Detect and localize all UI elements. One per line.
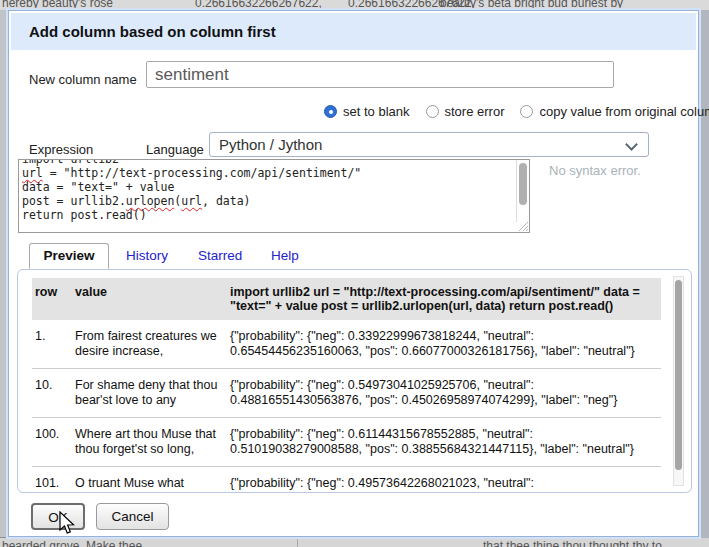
cell-result: {"probability": {"neg": 0.61144315678552… bbox=[227, 418, 661, 467]
code-line: post = urllib2.urlopen(url, data) bbox=[22, 194, 513, 208]
expression-editor-scrollbar[interactable] bbox=[516, 160, 529, 222]
background-cell: hereby beauty's rose bbox=[2, 0, 113, 10]
background-cell: bearded grove. Make thee bbox=[2, 539, 142, 547]
add-column-dialog: Add column based on column first New col… bbox=[8, 10, 699, 537]
background-table-bottom-row: bearded grove. Make thee that thee thine… bbox=[0, 537, 709, 547]
syntax-status: No syntax error. bbox=[549, 163, 641, 178]
cell-result: {"probability": {"neg": 0.54973041025925… bbox=[227, 369, 661, 418]
language-select[interactable]: Python / Jython bbox=[209, 132, 649, 157]
expression-code[interactable]: import urllib2url = "http://text-process… bbox=[22, 159, 513, 222]
on-error-options: set to blank store error copy value from… bbox=[324, 104, 709, 119]
radio-label: copy value from original column bbox=[539, 104, 709, 119]
table-row: 10.For shame deny that thou bear'st love… bbox=[32, 369, 661, 418]
new-column-name-label: New column name bbox=[29, 72, 137, 87]
preview-table-header: row value import urllib2 url = "http://t… bbox=[32, 278, 661, 320]
preview-table-body: 1.From fairest creatures we desire incre… bbox=[32, 320, 661, 492]
mouse-cursor bbox=[59, 511, 76, 535]
background-table-top-row: hereby beauty's rose 0.26616632266267622… bbox=[0, 0, 709, 10]
cell-result: {"probability": {"neg": 0.33922999673818… bbox=[227, 320, 661, 369]
table-row: 100.Where art thou Muse that thou forget… bbox=[32, 418, 661, 467]
radio-unselected-icon[interactable] bbox=[426, 105, 439, 118]
column-header-row: row bbox=[32, 278, 72, 320]
radio-store-error[interactable]: store error bbox=[426, 104, 505, 119]
cell-value: For shame deny that thou bear'st love to… bbox=[72, 369, 227, 418]
expression-editor[interactable]: import urllib2url = "http://text-process… bbox=[18, 159, 530, 233]
background-cell: beauty's beta bright bud buriest by bbox=[440, 0, 623, 10]
tab-starred[interactable]: Starred bbox=[198, 248, 242, 263]
cell-row: 101. bbox=[32, 467, 72, 493]
cell-row: 1. bbox=[32, 320, 72, 369]
code-line: import urllib2 bbox=[22, 159, 513, 166]
preview-scrollbar[interactable] bbox=[673, 276, 684, 486]
tab-preview[interactable]: Preview bbox=[29, 243, 109, 269]
language-label: Language bbox=[146, 142, 204, 157]
radio-selected-icon[interactable] bbox=[324, 105, 337, 118]
language-select-value: Python / Jython bbox=[219, 136, 322, 153]
background-column-divider bbox=[297, 538, 298, 547]
radio-unselected-icon[interactable] bbox=[520, 105, 533, 118]
dialog-title: Add column based on column first bbox=[11, 13, 696, 50]
preview-panel: row value import urllib2 url = "http://t… bbox=[17, 269, 692, 493]
background-cell: 0.26616632266267622, bbox=[195, 0, 322, 10]
cell-row: 100. bbox=[32, 418, 72, 467]
table-row: 101.O truant Muse what{"probability": {"… bbox=[32, 467, 661, 493]
column-header-value: value bbox=[72, 278, 227, 320]
ok-button[interactable]: OK bbox=[31, 503, 85, 530]
table-row: 1.From fairest creatures we desire incre… bbox=[32, 320, 661, 369]
code-line: data = "text=" + value bbox=[22, 180, 513, 194]
screen: hereby beauty's rose 0.26616632266267622… bbox=[0, 0, 709, 547]
scrollbar-thumb[interactable] bbox=[675, 280, 682, 470]
tab-help[interactable]: Help bbox=[271, 248, 299, 263]
cancel-button[interactable]: Cancel bbox=[96, 503, 169, 530]
cell-row: 10. bbox=[32, 369, 72, 418]
new-column-name-input[interactable] bbox=[146, 61, 614, 88]
background-cell: that thee thine thou thought thy to bbox=[483, 539, 662, 547]
cell-value: From fairest creatures we desire increas… bbox=[72, 320, 227, 369]
preview-table: row value import urllib2 url = "http://t… bbox=[32, 278, 661, 492]
cell-value: O truant Muse what bbox=[72, 467, 227, 493]
radio-copy-value[interactable]: copy value from original column bbox=[520, 104, 709, 119]
resize-grip-icon[interactable] bbox=[518, 221, 528, 231]
tab-history[interactable]: History bbox=[126, 248, 168, 263]
chevron-down-icon bbox=[625, 138, 638, 151]
code-line: return post.read() bbox=[22, 208, 513, 222]
cell-result: {"probability": {"neg": 0.49573642268021… bbox=[227, 467, 661, 493]
expression-label: Expression bbox=[29, 142, 93, 157]
page-scrollbar-area bbox=[701, 10, 709, 538]
cell-value: Where art thou Muse that thou forget'st … bbox=[72, 418, 227, 467]
radio-set-to-blank[interactable]: set to blank bbox=[324, 104, 410, 119]
preview-table-wrap: row value import urllib2 url = "http://t… bbox=[32, 278, 661, 492]
column-header-expression: import urllib2 url = "http://text-proces… bbox=[227, 278, 661, 320]
radio-label: set to blank bbox=[343, 104, 410, 119]
radio-label: store error bbox=[445, 104, 505, 119]
code-line: url = "http://text-processing.com/api/se… bbox=[22, 166, 513, 180]
scrollbar-thumb[interactable] bbox=[519, 163, 527, 205]
